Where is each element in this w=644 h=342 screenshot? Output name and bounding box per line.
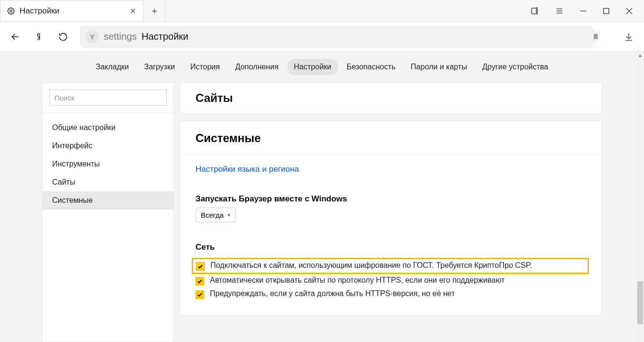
gear-icon [7,7,15,15]
sidebar-toggle-icon[interactable] [530,7,539,15]
chevron-down-icon: ▾ [228,212,230,218]
nav-downloads[interactable]: Загрузки [137,59,181,75]
checkbox-row-gost[interactable]: Подключаться к сайтам, использующим шифр… [192,258,589,274]
sidebar-search-input[interactable] [49,89,167,106]
sidebar-item-interface[interactable]: Интерфейс [43,137,174,155]
settings-sidebar: Общие настройки Интерфейс Инструменты Са… [42,82,174,342]
checkbox-checked-icon[interactable] [196,290,204,299]
checkbox-checked-icon[interactable] [196,262,205,271]
nav-other-devices[interactable]: Другие устройства [476,59,555,75]
sidebar-item-general[interactable]: Общие настройки [43,119,174,137]
scroll-up-icon[interactable]: ▲ [636,52,644,59]
settings-top-nav: Закладки Загрузки История Дополнения Нас… [0,52,644,82]
settings-main: Сайты Системные Настройки языка и регион… [180,82,602,342]
startup-label: Запускать Браузер вместе с Windows [196,194,586,204]
settings-page: Закладки Загрузки История Дополнения Нас… [0,52,644,342]
checkbox-label: Предупреждать, если у сайта должна быть … [210,289,455,298]
checkbox-label: Автоматически открывать сайты по протоко… [210,276,505,285]
section-sites-heading: Сайты [196,91,586,105]
window-controls [519,0,644,22]
nav-history[interactable]: История [184,59,227,75]
section-sites: Сайты [180,82,602,114]
yandex-home-button[interactable] [29,26,50,47]
minimize-icon[interactable] [580,8,587,14]
nav-security[interactable]: Безопасность [340,59,402,75]
tab-title: Настройки [20,6,125,16]
reload-button[interactable] [53,26,74,47]
address-segment-scheme: settings [104,31,137,42]
section-system-heading: Системные [196,132,586,145]
checkbox-row-https-auto[interactable]: Автоматически открывать сайты по протоко… [196,274,586,287]
new-tab-button[interactable]: ＋ [143,0,165,22]
downloads-button[interactable] [618,26,639,47]
menu-icon[interactable] [555,7,564,15]
maximize-icon[interactable] [603,8,610,14]
address-bar[interactable]: Y settings Настройки [80,26,605,47]
browser-tab[interactable]: Настройки ✕ [0,0,143,22]
checkbox-checked-icon[interactable] [196,277,204,286]
titlebar: Настройки ✕ ＋ [0,0,644,22]
sidebar-item-tools[interactable]: Инструменты [43,155,174,173]
sidebar-item-system[interactable]: Системные [43,191,174,210]
language-region-link[interactable]: Настройки языка и региона [196,165,299,174]
nav-extensions[interactable]: Дополнения [229,59,285,75]
sidebar-item-sites[interactable]: Сайты [43,173,174,191]
nav-passwords[interactable]: Пароли и карты [404,59,474,75]
section-system: Системные Настройки языка и региона Запу… [180,121,602,316]
nav-settings[interactable]: Настройки [287,59,338,75]
address-segment-title: Настройки [142,31,188,42]
checkbox-row-https-warn[interactable]: Предупреждать, если у сайта должна быть … [196,287,586,301]
close-tab-icon[interactable]: ✕ [130,7,136,15]
startup-select[interactable]: Всегда ▾ [196,208,236,222]
startup-select-value: Всегда [201,211,224,219]
close-window-icon[interactable] [626,8,633,14]
network-heading: Сеть [196,243,586,252]
scroll-thumb[interactable] [637,281,643,324]
scrollbar[interactable]: ▲ [636,52,644,342]
site-badge-icon: Y [86,30,99,44]
back-button[interactable] [5,26,26,47]
checkbox-label: Подключаться к сайтам, использующим шифр… [210,261,532,270]
svg-point-0 [10,10,12,12]
svg-rect-6 [604,8,609,13]
nav-bookmarks[interactable]: Закладки [89,59,135,75]
toolbar: Y settings Настройки [0,22,644,52]
